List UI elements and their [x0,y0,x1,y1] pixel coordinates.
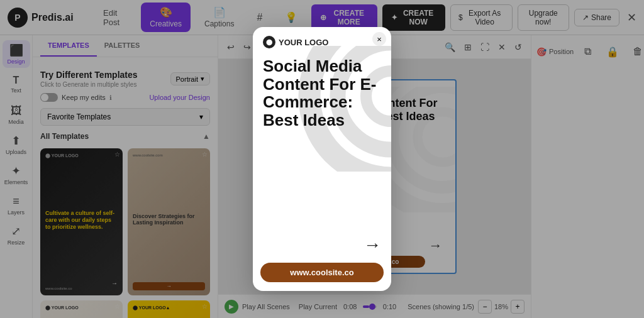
modal-logo-icon: ⬤ [263,36,275,48]
modal-url-bar: www.coolsite.co [260,263,384,282]
modal-overlay: × ⬤ YOUR LOGO Social Media Content For E… [0,0,644,318]
modal-logo: ⬤ YOUR LOGO [253,27,391,52]
modal-title: Social Media Content For E-Commerce: Bes… [253,52,391,235]
template-preview-modal: × ⬤ YOUR LOGO Social Media Content For E… [253,27,391,291]
modal-arrow: → [253,235,391,263]
modal-close-button[interactable]: × [372,32,386,46]
